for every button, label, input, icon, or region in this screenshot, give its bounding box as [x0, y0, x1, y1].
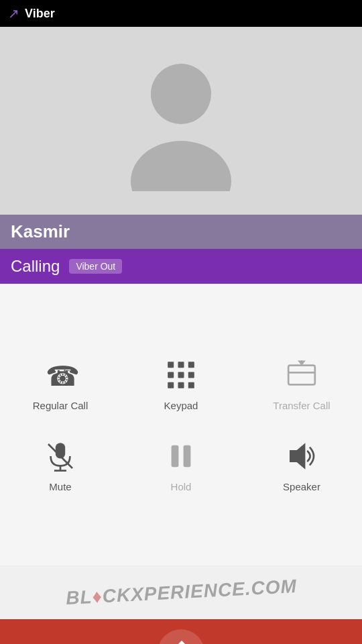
hold-label: Hold	[171, 481, 192, 492]
svg-text:←: ←	[62, 364, 72, 376]
svg-point-1	[131, 141, 231, 191]
regular-call-label: Regular Call	[33, 400, 88, 411]
svg-rect-5	[178, 362, 184, 368]
svg-rect-11	[178, 382, 184, 388]
regular-call-icon: ☎ ←	[42, 357, 78, 393]
svg-marker-22	[290, 443, 305, 470]
keypad-button[interactable]: Keypad	[121, 350, 241, 418]
transfer-call-button[interactable]: Transfer Call	[241, 350, 362, 418]
end-call-bar: ☎	[0, 619, 362, 644]
viber-out-badge: Viber Out	[69, 259, 122, 274]
speaker-label: Speaker	[283, 481, 320, 492]
controls-row-2: Mute Hold Speaker	[0, 431, 362, 499]
hold-button[interactable]: Hold	[121, 431, 241, 499]
svg-rect-21	[184, 445, 191, 467]
avatar	[127, 50, 235, 191]
svg-rect-7	[168, 372, 174, 378]
status-bar: ↗ Viber	[0, 0, 362, 27]
watermark-text: BL♦CKXPERIENCE.COM	[65, 576, 297, 609]
svg-rect-4	[168, 362, 174, 368]
svg-rect-13	[288, 366, 315, 385]
controls-area: ☎ ← Regular Call Keypad	[0, 284, 362, 566]
keypad-label: Keypad	[164, 400, 198, 411]
svg-rect-9	[188, 372, 194, 378]
phone-arrow-icon: ↗	[8, 5, 19, 21]
speaker-icon	[284, 438, 320, 474]
svg-rect-20	[172, 445, 179, 467]
avatar-section	[0, 27, 362, 215]
contact-name: Kasmir	[11, 221, 351, 242]
svg-rect-6	[188, 362, 194, 368]
svg-rect-8	[178, 372, 184, 378]
watermark: BL♦CKXPERIENCE.COM	[0, 566, 362, 619]
hold-icon	[163, 438, 199, 474]
end-call-button[interactable]: ☎	[158, 629, 204, 644]
mute-button[interactable]: Mute	[0, 431, 121, 499]
app-name: Viber	[25, 7, 55, 21]
regular-call-button[interactable]: ☎ ← Regular Call	[0, 350, 121, 418]
calling-label: Calling	[11, 257, 60, 276]
transfer-call-label: Transfer Call	[273, 400, 330, 411]
svg-point-0	[151, 64, 211, 124]
end-call-icon: ☎	[162, 633, 200, 644]
controls-row-1: ☎ ← Regular Call Keypad	[0, 350, 362, 418]
transfer-call-icon	[284, 357, 320, 393]
svg-rect-12	[188, 382, 194, 388]
name-bar: Kasmir	[0, 215, 362, 249]
mute-icon	[42, 438, 78, 474]
calling-bar: Calling Viber Out	[0, 249, 362, 284]
keypad-icon	[163, 357, 199, 393]
svg-rect-10	[168, 382, 174, 388]
mute-label: Mute	[49, 481, 71, 492]
speaker-button[interactable]: Speaker	[241, 431, 362, 499]
